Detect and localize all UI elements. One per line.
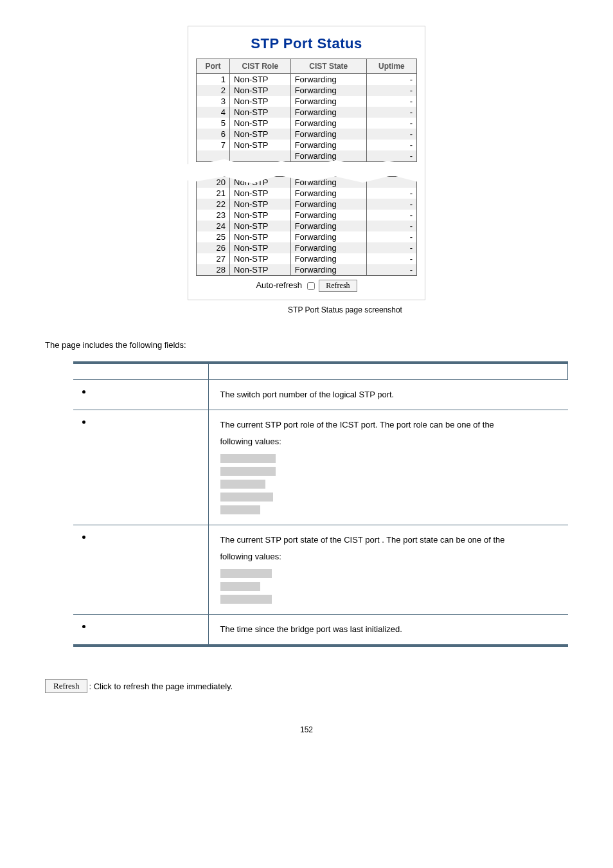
value-placeholder	[220, 480, 265, 489]
cell-cist-role: Non-STP	[230, 107, 291, 118]
table-row: 27 Non-STP Forwarding -	[197, 253, 417, 264]
panel-title: STP Port Status	[196, 35, 417, 52]
table-row: 28 Non-STP Forwarding -	[197, 264, 417, 276]
cell-uptime: -	[366, 107, 416, 118]
field-desc-cist-role: The current STP port role of the ICST po…	[208, 410, 568, 525]
refresh-row: Auto-refresh Refresh	[196, 276, 417, 293]
cell-cist-state: Forwarding	[290, 85, 366, 96]
cell-cist-state: Forwarding	[290, 107, 366, 118]
fields-header-right	[208, 363, 568, 379]
cell-port: 23	[197, 210, 230, 221]
cell-uptime: -	[366, 74, 416, 86]
cell-cist-role: Non-STP	[230, 264, 291, 276]
cell-port: 28	[197, 264, 230, 276]
cell-uptime: -	[366, 253, 416, 264]
cell-cist-state: Forwarding	[290, 140, 366, 150]
col-header-uptime: Uptime	[366, 59, 416, 74]
fields-intro-text: The page includes the following fields:	[45, 340, 568, 350]
cell-cist-state: Forwarding	[290, 210, 366, 221]
stp-port-status-panel: STP Port Status Port CIST Role CIST Stat…	[188, 26, 425, 300]
value-placeholder	[220, 454, 276, 463]
col-header-cist-state: CIST State	[290, 59, 366, 74]
refresh-note: Refresh: Click to refresh the page immed…	[45, 679, 568, 693]
cell-cist-state: Forwarding	[290, 96, 366, 107]
auto-refresh-checkbox[interactable]	[307, 282, 315, 290]
cist-state-line2: following values:	[220, 552, 281, 561]
cell-cist-role: Non-STP	[230, 129, 291, 140]
cell-port: 4	[197, 107, 230, 118]
cell-uptime: -	[366, 264, 416, 276]
cell-port: 27	[197, 253, 230, 264]
cell-cist-role: Non-STP	[230, 74, 291, 86]
cell-port: 26	[197, 242, 230, 253]
table-row: 4 Non-STP Forwarding -	[197, 107, 417, 118]
cell-uptime: -	[366, 242, 416, 253]
cist-role-line2: following values:	[220, 437, 281, 446]
cist-role-line1: The current STP port role of the ICST po…	[220, 420, 494, 429]
table-row: 26 Non-STP Forwarding -	[197, 242, 417, 253]
value-placeholder	[220, 505, 260, 514]
table-row: 24 Non-STP Forwarding -	[197, 221, 417, 231]
fields-header-left	[73, 363, 208, 379]
cell-uptime: -	[366, 129, 416, 140]
cell-port: 25	[197, 231, 230, 242]
table-row: 21 Non-STP Forwarding -	[197, 188, 417, 199]
field-desc-cist-state: The current STP port state of the CIST p…	[208, 525, 568, 614]
cell-cist-role: Non-STP	[230, 242, 291, 253]
cell-cist-role: Non-STP	[230, 118, 291, 129]
field-label-port	[73, 379, 208, 410]
refresh-button[interactable]: Refresh	[319, 280, 357, 292]
field-label-cist-state	[73, 525, 208, 614]
cell-port: 24	[197, 221, 230, 231]
cell-cist-role	[230, 150, 291, 162]
col-header-cist-role: CIST Role	[230, 59, 291, 74]
cell-uptime: -	[366, 231, 416, 242]
cell-port: 1	[197, 74, 230, 86]
cell-cist-role: Non-STP	[230, 85, 291, 96]
cell-cist-state: Forwarding	[290, 74, 366, 86]
value-placeholder	[220, 582, 260, 591]
col-header-port: Port	[197, 59, 230, 74]
cell-cist-state: Forwarding	[290, 129, 366, 140]
refresh-button-large[interactable]: Refresh	[45, 679, 87, 693]
cell-port: 7	[197, 140, 230, 150]
stp-status-table: Port CIST Role CIST State Uptime 1 Non-S…	[196, 59, 417, 162]
cell-port: 21	[197, 188, 230, 199]
cell-uptime: -	[366, 221, 416, 231]
table-row: 5 Non-STP Forwarding -	[197, 118, 417, 129]
value-placeholder	[220, 569, 272, 578]
field-label-uptime	[73, 614, 208, 646]
cell-cist-state: Forwarding	[290, 199, 366, 210]
cell-cist-state: Forwarding	[290, 231, 366, 242]
cell-port: 2	[197, 85, 230, 96]
auto-refresh-label: Auto-refresh	[256, 280, 302, 290]
page-number: 152	[45, 725, 568, 734]
screenshot-caption: STP Port Status page screenshot	[188, 305, 425, 314]
cell-cist-role: Non-STP	[230, 140, 291, 150]
cell-cist-state: Forwarding	[290, 242, 366, 253]
cell-cist-state: Forwarding	[290, 264, 366, 276]
value-placeholder	[220, 493, 273, 502]
cell-cist-role: Non-STP	[230, 188, 291, 199]
cell-port: 5	[197, 118, 230, 129]
cell-cist-role: Non-STP	[230, 96, 291, 107]
table-row: 23 Non-STP Forwarding -	[197, 210, 417, 221]
cell-cist-state: Forwarding	[290, 253, 366, 264]
value-placeholder	[220, 467, 276, 476]
table-row: Forwarding -	[197, 150, 417, 162]
cell-cist-state: Forwarding	[290, 221, 366, 231]
cell-cist-role: Non-STP	[230, 253, 291, 264]
refresh-note-text: : Click to refresh the page immediately.	[89, 681, 233, 691]
cell-cist-role: Non-STP	[230, 231, 291, 242]
cell-uptime: -	[366, 150, 416, 162]
cell-port: 3	[197, 96, 230, 107]
field-desc-port: The switch port number of the logical ST…	[208, 379, 568, 410]
cell-uptime: -	[366, 118, 416, 129]
cell-uptime: -	[366, 85, 416, 96]
table-row: 1 Non-STP Forwarding -	[197, 74, 417, 86]
cell-uptime: -	[366, 210, 416, 221]
cell-uptime: -	[366, 96, 416, 107]
table-row: 22 Non-STP Forwarding -	[197, 199, 417, 210]
value-placeholder	[220, 595, 272, 604]
cell-cist-role: Non-STP	[230, 210, 291, 221]
